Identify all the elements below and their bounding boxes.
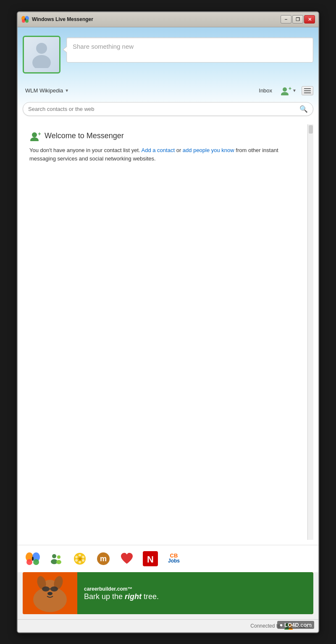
window-controls: − ❐ ✕ [281,15,315,24]
app-cb-jobs[interactable]: CB Jobs [165,550,182,567]
ad-brand: careerbuilder.com™ [84,585,132,592]
add-contact-button[interactable]: + ▼ [278,85,298,96]
svg-point-7 [283,87,287,92]
app-butterfly[interactable] [24,550,41,567]
welcome-text-before: You don't have anyone in your contact li… [29,147,140,153]
main-window: Windows Live Messenger − ❐ ✕ Share somet… [17,11,319,633]
svg-point-42 [42,586,50,591]
add-contact-dropdown: ▼ [292,88,297,93]
app-icon [21,15,29,24]
search-icon: 🔍 [299,105,308,113]
heart-icon [119,551,134,566]
menu-icon [304,88,311,93]
svg-point-43 [50,586,58,591]
inbox-button[interactable]: Inbox [256,86,275,95]
svg-point-24 [56,560,61,564]
status-placeholder: Share something new [73,43,134,50]
svg-point-18 [26,559,32,565]
close-button[interactable]: ✕ [304,15,315,24]
profile-section: Share something new [23,32,313,77]
welcome-section: + Welcome to Messenger You don't have an… [23,124,307,171]
app-star[interactable]: ★ [71,550,88,567]
svg-text:★: ★ [77,555,83,562]
username-label: WLM Wikipedia [25,87,63,94]
svg-rect-10 [304,88,311,89]
app-netflix[interactable]: N [142,550,159,567]
connected-label: Connected to [250,623,280,629]
svg-text:+: + [289,86,291,92]
window-title: Windows Live Messenger [32,16,281,22]
svg-point-4 [25,18,26,21]
toolbar-row: WLM Wikipedia ▼ Inbox + ▼ [23,84,313,98]
svg-point-8 [281,92,289,95]
app-contacts[interactable] [48,550,65,567]
main-content: Share something new WLM Wikipedia ▼ Inbo… [18,27,318,545]
contact-area: + Welcome to Messenger You don't have an… [23,124,313,540]
add-contact-link[interactable]: Add a contact [142,147,175,153]
svg-point-19 [33,559,39,565]
svg-text:+: + [38,131,41,137]
ad-tagline-after: tree. [142,592,159,601]
welcome-header: + Welcome to Messenger [29,131,301,141]
svg-text:m: m [100,555,107,563]
app-messenger[interactable]: m [95,550,112,567]
username-button[interactable]: WLM Wikipedia ▼ [23,86,71,95]
svg-point-13 [32,132,37,137]
ad-banner[interactable]: careerbuilder.com™ Bark up the right tre… [23,572,313,614]
ad-tagline-italic: right [123,592,142,601]
ad-text-section: careerbuilder.com™ Bark up the right tre… [77,572,313,614]
restore-button[interactable]: ❐ [292,15,303,24]
svg-rect-11 [304,90,311,91]
app-heart[interactable] [118,550,135,567]
welcome-add-icon: + [29,131,41,141]
svg-point-14 [30,137,39,141]
apps-bar: ★ m N CB Jobs [18,545,318,572]
minimize-button[interactable]: − [281,15,291,24]
netflix-icon: N [143,551,158,566]
title-bar: Windows Live Messenger − ❐ ✕ [18,12,318,27]
butterfly-icon [25,551,40,566]
cb-jobs-text: Jobs [168,558,180,564]
svg-point-6 [32,55,51,68]
messenger-icon: m [96,551,111,566]
svg-point-5 [36,43,47,54]
watermark: ● LO4D.com [277,621,314,629]
dog-illustration [27,574,73,612]
svg-point-21 [52,554,56,558]
svg-rect-12 [304,92,311,93]
ad-brand-name: careerbuilder [84,586,116,592]
toolbar-right: Inbox + ▼ [256,85,313,96]
welcome-text-middle: or [176,147,181,153]
search-input[interactable] [28,106,299,112]
menu-button[interactable] [302,86,313,95]
username-dropdown-arrow: ▼ [65,88,69,93]
svg-text:N: N [147,554,154,565]
ad-tagline-before: Bark up the [84,592,123,601]
search-box: 🔍 [23,102,313,116]
scrollbar[interactable] [307,124,313,540]
welcome-body: You don't have anyone in your contact li… [29,146,301,164]
svg-point-20 [32,557,34,561]
status-input[interactable]: Share something new [66,37,313,63]
svg-point-45 [47,592,52,595]
welcome-area: + Welcome to Messenger You don't have an… [23,124,307,540]
svg-point-23 [57,555,60,559]
ad-tagline: Bark up the right tree. [84,592,159,601]
avatar [29,41,54,68]
avatar-container[interactable] [23,36,60,74]
star-icon: ★ [72,551,87,566]
ad-brand-suffix: .com™ [116,586,132,592]
add-people-link[interactable]: add people you know [183,147,234,153]
scroll-thumb[interactable] [309,125,313,134]
status-bar: Connected to Add ▼ [18,619,318,632]
ad-dog-image [23,572,77,614]
contacts-icon [49,551,64,566]
add-contact-icon: + [280,86,291,95]
welcome-title: Welcome to Messenger [45,131,124,140]
